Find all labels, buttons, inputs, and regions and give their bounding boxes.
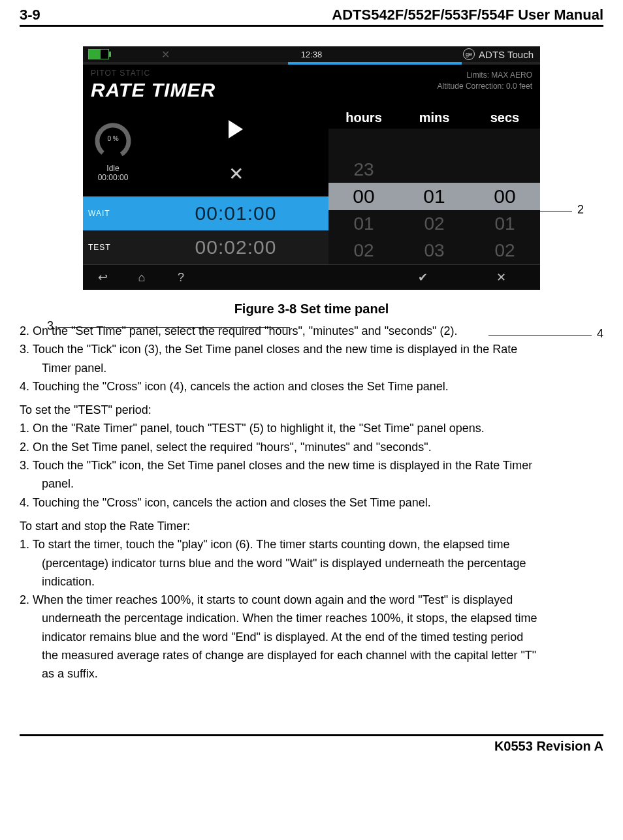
figure-wrap: 2 3 4 ✕ 12:38 ge ADTS Touch PITOT STATIC… — [20, 46, 603, 290]
test-step-4: 4. Touching the "Cross" icon, cancels th… — [20, 495, 603, 510]
picker-sel-secs: 00 — [470, 183, 540, 210]
figure-caption: Figure 3-8 Set time panel — [20, 302, 603, 317]
test-value[interactable]: 00:02:00 — [143, 230, 328, 264]
cross-icon: ✕ — [496, 271, 506, 284]
picker-head-hours: hours — [328, 106, 399, 129]
ss-2e: as a suffix. — [20, 666, 603, 681]
home-icon: ⌂ — [138, 271, 146, 284]
gauge: 0 % Idle 00:00:00 — [90, 121, 136, 182]
help-icon: ? — [178, 271, 184, 284]
back-icon: ↩ — [98, 271, 108, 284]
home-button[interactable]: ⌂ — [122, 271, 161, 285]
page-number: 3-9 — [20, 7, 40, 23]
test-period-header: To set the "TEST" period: — [20, 402, 603, 418]
picker-body[interactable]: 23 24 01 02 00 02 03 — [328, 129, 540, 264]
para-2: 2. On the "Set Time" panel, select the r… — [20, 323, 603, 339]
callout-3-line — [57, 327, 290, 328]
test-label[interactable]: TEST — [83, 230, 143, 264]
tick-button[interactable]: ✔ — [383, 270, 462, 285]
ss-1b: (percentage) indicator turns blue and th… — [20, 555, 603, 571]
brand: ge ADTS Touch — [463, 48, 534, 60]
ss-2a: 2. When the timer reaches 100%, it start… — [20, 592, 603, 608]
x-icon: ✕ — [229, 163, 244, 185]
para-3a: 3. Touch the "Tick" icon (3), the Set Ti… — [20, 341, 603, 357]
callout-3: 3 — [47, 319, 54, 333]
tick-icon: ✔ — [418, 271, 428, 284]
test-step-3a: 3. Touch the "Tick" icon, the Set Time p… — [20, 458, 603, 473]
callout-4-line — [488, 335, 592, 335]
play-button[interactable] — [143, 106, 328, 151]
para-3b: Timer panel. — [20, 360, 603, 376]
test-step-3b: panel. — [20, 476, 603, 491]
manual-title: ADTS542F/552F/553F/554F User Manual — [332, 7, 603, 23]
ss-2b: underneath the percentage indication. Wh… — [20, 610, 603, 626]
time-picker: hours mins secs 23 24 01 02 — [328, 106, 540, 264]
brand-text: ADTS Touch — [479, 49, 534, 60]
footer-text: K0553 Revision A — [494, 739, 603, 753]
no-signal-icon: ✕ — [161, 48, 170, 61]
brand-logo-icon: ge — [463, 48, 475, 60]
callout-4: 4 — [597, 327, 603, 341]
para-4: 4. Touching the "Cross" icon (4), cancel… — [20, 379, 603, 394]
wait-label[interactable]: WAIT — [83, 196, 143, 230]
screen-header: PITOT STATIC RATE TIMER Limits: MAX AERO… — [83, 65, 540, 106]
body-text: 2. On the "Set Time" panel, select the r… — [20, 323, 603, 682]
middle-column: ✕ 00:01:00 00:02:00 — [143, 106, 328, 264]
callout-2: 2 — [577, 203, 584, 217]
main-area: 0 % Idle 00:00:00 WAIT TEST — [83, 106, 540, 264]
test-step-2: 2. On the Set Time panel, select the req… — [20, 439, 603, 455]
gauge-state: Idle — [90, 164, 136, 173]
wait-value[interactable]: 00:01:00 — [143, 196, 328, 230]
picker-header: hours mins secs — [328, 106, 540, 129]
clock: 12:38 — [301, 50, 323, 59]
ss-1a: 1. To start the timer, touch the "play" … — [20, 537, 603, 552]
gauge-elapsed: 00:00:00 — [90, 173, 136, 182]
cross-button[interactable]: ✕ — [462, 270, 540, 285]
picker-sel-mins: 01 — [399, 183, 470, 210]
status-bar: ✕ 12:38 ge ADTS Touch — [83, 46, 540, 62]
limits-text: Limits: MAX AERO Altitude Correction: 0.… — [438, 70, 532, 92]
limits-line2: Altitude Correction: 0.0 feet — [438, 81, 532, 92]
ss-2d: the measured average rates of change are… — [20, 647, 603, 663]
gauge-arc-icon: 0 % — [93, 121, 133, 161]
limits-line1: Limits: MAX AERO — [438, 70, 532, 81]
page-footer: K0553 Revision A — [20, 734, 603, 754]
ss-1c: indication. — [20, 574, 603, 589]
device-screen: ✕ 12:38 ge ADTS Touch PITOT STATIC RATE … — [83, 46, 540, 290]
test-step-1: 1. On the "Rate Timer" panel, touch "TES… — [20, 420, 603, 436]
nav-bar: ↩ ⌂ ? ✔ ✕ — [83, 264, 540, 290]
picker-selection: 00 01 00 — [328, 183, 540, 210]
callout-2-line — [539, 211, 572, 211]
battery-icon — [88, 49, 109, 59]
play-icon — [229, 120, 243, 138]
picker-head-mins: mins — [399, 106, 470, 129]
ss-2c: indicator remains blue and the word "End… — [20, 629, 603, 645]
start-stop-header: To start and stop the Rate Timer: — [20, 518, 603, 534]
help-button[interactable]: ? — [161, 271, 200, 285]
picker-head-secs: secs — [470, 106, 540, 129]
page-header: 3-9 ADTS542F/552F/553F/554F User Manual — [20, 0, 603, 27]
back-button[interactable]: ↩ — [83, 270, 122, 285]
picker-sel-hours: 00 — [328, 183, 399, 210]
mid-controls: ✕ — [143, 106, 328, 196]
stop-button[interactable]: ✕ — [143, 151, 328, 196]
gauge-area: 0 % Idle 00:00:00 — [83, 106, 143, 196]
left-column: 0 % Idle 00:00:00 WAIT TEST — [83, 106, 143, 264]
gauge-percent: 0 % — [107, 135, 118, 142]
